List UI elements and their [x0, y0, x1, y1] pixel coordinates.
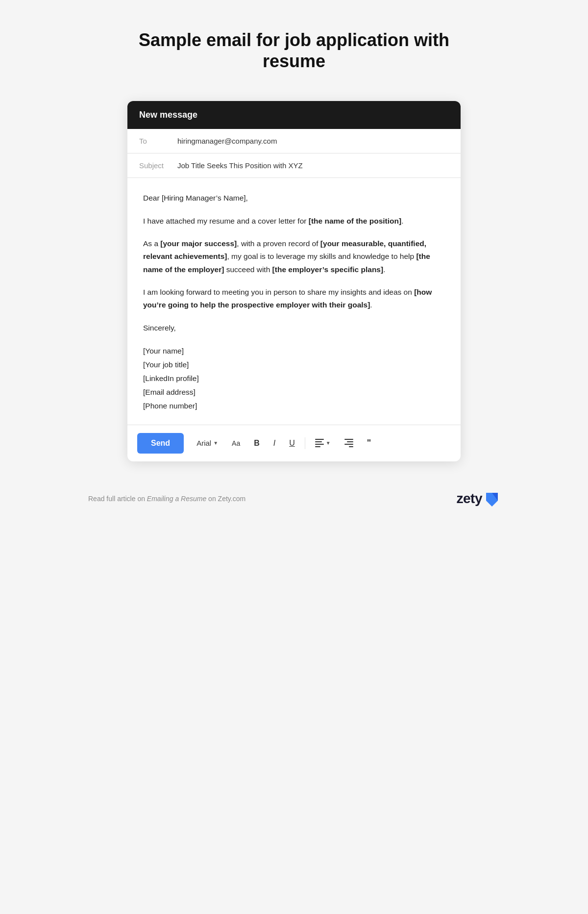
paragraph1-before: I have attached my resume and a cover le…: [143, 217, 309, 225]
signature-job-title: [Your job title]: [143, 358, 445, 372]
paragraph2-before: As a: [143, 239, 160, 248]
greeting-paragraph: Dear [Hiring Manager’s Name],: [143, 192, 445, 204]
signature-linkedin: [LinkedIn profile]: [143, 372, 445, 385]
footer-text: Read full article on Emailing a Resume o…: [88, 495, 245, 503]
send-button[interactable]: Send: [137, 433, 184, 454]
to-value: hiringmanager@company.com: [177, 137, 277, 145]
zety-wordmark: zety: [457, 491, 482, 507]
align-right-icon: [344, 439, 353, 447]
paragraph2-mid1: , with a proven record of: [237, 239, 320, 248]
paragraph2-mid2: , my goal is to leverage my skills and k…: [227, 252, 416, 260]
to-field-row[interactable]: To hiringmanager@company.com: [127, 129, 461, 153]
font-chevron-icon: ▼: [213, 440, 218, 446]
italic-button[interactable]: I: [269, 435, 280, 452]
underline-button[interactable]: U: [284, 435, 300, 452]
bold-icon: B: [254, 439, 260, 448]
paragraph1-bold: [the name of the position]: [309, 217, 401, 225]
zety-icon: [484, 491, 500, 507]
signature-email: [Email address]: [143, 385, 445, 399]
font-size-label: Aa: [232, 439, 240, 447]
greeting-text: Dear [Hiring Manager’s Name],: [143, 194, 248, 202]
signature-name: [Your name]: [143, 344, 445, 358]
align-left-button[interactable]: ▼: [310, 435, 336, 451]
email-body[interactable]: Dear [Hiring Manager’s Name], I have att…: [127, 178, 461, 424]
to-label: To: [139, 137, 173, 145]
paragraph3-after: .: [370, 301, 372, 309]
quote-icon: ": [367, 438, 371, 448]
footer-text-before: Read full article on: [88, 495, 147, 503]
paragraph2-bold1: [your major success]: [160, 239, 237, 248]
email-toolbar: Send Arial ▼ Aa B I U ▼: [127, 425, 461, 461]
email-header-title: New message: [139, 110, 197, 120]
paragraph1: I have attached my resume and a cover le…: [143, 215, 445, 228]
paragraph2-mid3: succeed with: [224, 265, 272, 274]
paragraph2: As a [your major success], with a proven…: [143, 237, 445, 276]
paragraph2-after: .: [383, 265, 385, 274]
align-left-icon: [315, 439, 324, 447]
paragraph3-before: I am looking forward to meeting you in p…: [143, 288, 414, 296]
email-fields: To hiringmanager@company.com Subject Job…: [127, 129, 461, 178]
footer: Read full article on Emailing a Resume o…: [10, 491, 578, 507]
font-size-button[interactable]: Aa: [227, 435, 245, 451]
subject-field-row[interactable]: Subject Job Title Seeks This Position wi…: [127, 153, 461, 178]
paragraph2-bold4: [the employer’s specific plans]: [272, 265, 384, 274]
align-right-button[interactable]: [340, 435, 358, 451]
footer-link[interactable]: Emailing a Resume: [147, 495, 206, 503]
italic-icon: I: [273, 439, 275, 448]
signature-phone: [Phone number]: [143, 399, 445, 413]
align-chevron-icon: ▼: [326, 440, 331, 446]
closing-text: Sincerely,: [143, 324, 176, 332]
underline-icon: U: [289, 439, 295, 448]
blockquote-button[interactable]: ": [362, 434, 376, 452]
footer-text-after: on Zety.com: [206, 495, 245, 503]
toolbar-divider: [305, 437, 305, 449]
font-label: Arial: [196, 439, 211, 447]
paragraph3: I am looking forward to meeting you in p…: [143, 286, 445, 312]
zety-logo: zety: [457, 491, 500, 507]
subject-value: Job Title Seeks This Position with XYZ: [177, 161, 303, 170]
font-selector[interactable]: Arial ▼: [192, 435, 223, 451]
paragraph1-after: .: [401, 217, 403, 225]
subject-label: Subject: [139, 161, 173, 170]
email-header: New message: [127, 101, 461, 129]
email-card: New message To hiringmanager@company.com…: [127, 101, 461, 461]
bold-button[interactable]: B: [249, 435, 265, 452]
page-title: Sample email for job application with re…: [122, 29, 466, 72]
closing-paragraph: Sincerely,: [143, 322, 445, 334]
signature-block: [Your name] [Your job title] [LinkedIn p…: [143, 344, 445, 412]
